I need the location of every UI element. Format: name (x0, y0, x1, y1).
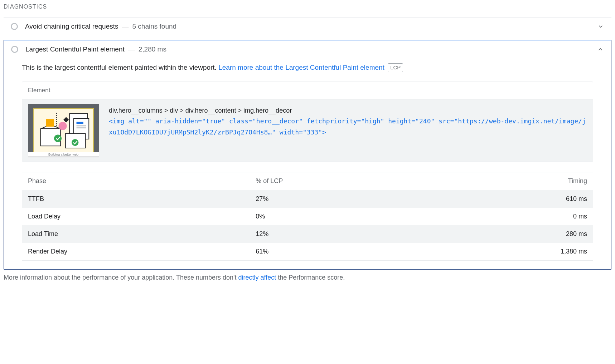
element-thumbnail: Building a better web (28, 104, 99, 157)
element-detail: div.hero__columns > div > div.hero__cont… (109, 104, 587, 157)
section-title: DIAGNOSTICS (4, 4, 611, 10)
separator: — (128, 45, 135, 53)
element-selector: div.hero__columns > div > div.hero__cont… (109, 105, 587, 116)
thumbnail-caption: Building a better web (28, 152, 99, 157)
audit-meta: 2,280 ms (139, 45, 166, 53)
svg-rect-9 (46, 119, 54, 127)
table-row: Render Delay 61% 1,380 ms (22, 243, 593, 261)
cell-timing: 0 ms (423, 208, 593, 225)
chevron-up-icon (597, 46, 604, 53)
element-snippet: <img alt="" aria-hidden="true" class="he… (109, 116, 587, 138)
chevron-down-icon (597, 23, 604, 30)
cell-pct: 61% (250, 243, 423, 261)
cell-timing: 280 ms (423, 225, 593, 243)
table-row: TTFB 27% 610 ms (22, 190, 593, 208)
audit-item-lcp: Largest Contentful Paint element — 2,280… (4, 40, 611, 270)
svg-point-10 (59, 122, 67, 130)
audit-list: Avoid chaining critical requests — 5 cha… (4, 17, 611, 270)
audit-title: Avoid chaining critical requests (25, 23, 118, 30)
svg-rect-2 (77, 122, 83, 124)
element-panel-header: Element (22, 82, 593, 99)
cell-timing: 1,380 ms (423, 243, 593, 261)
col-timing: Timing (423, 172, 593, 190)
svg-rect-4 (77, 127, 86, 128)
cell-phase: TTFB (22, 190, 250, 208)
thumbnail-art (36, 111, 91, 151)
cell-pct: 27% (250, 190, 423, 208)
footer-note: More information about the performance o… (4, 274, 611, 281)
audit-header-lcp[interactable]: Largest Contentful Paint element — 2,280… (4, 40, 611, 58)
table-header-row: Phase % of LCP Timing (22, 172, 593, 190)
audit-meta: 5 chains found (132, 23, 177, 30)
svg-rect-3 (77, 125, 86, 126)
cell-pct: 0% (250, 208, 423, 225)
neutral-icon (11, 23, 18, 30)
cell-phase: Render Delay (22, 243, 250, 261)
phase-table: Phase % of LCP Timing TTFB 27% 610 ms Lo… (22, 172, 593, 261)
svg-point-13 (72, 139, 78, 146)
table-row: Load Delay 0% 0 ms (22, 208, 593, 225)
svg-marker-11 (63, 117, 69, 122)
audit-item: Avoid chaining critical requests — 5 cha… (4, 17, 611, 35)
learn-more-link[interactable]: Learn more about the Largest Contentful … (218, 64, 384, 71)
element-panel-body: Building a better web div.hero__columns … (22, 99, 593, 162)
audit-body-lcp: This is the largest contentful element p… (4, 58, 611, 269)
desc-text: This is the largest contentful element p… (22, 64, 218, 71)
footer-prefix: More information about the performance o… (4, 274, 238, 281)
cell-pct: 12% (250, 225, 423, 243)
element-panel: Element (22, 82, 593, 162)
separator: — (122, 23, 129, 30)
directly-affect-link[interactable]: directly affect (238, 274, 276, 281)
svg-point-12 (54, 134, 62, 142)
table-row: Load Time 12% 280 ms (22, 225, 593, 243)
audit-description: This is the largest contentful element p… (22, 63, 593, 73)
audit-title: Largest Contentful Paint element (25, 45, 125, 53)
neutral-icon (11, 46, 18, 53)
footer-suffix: the Performance score. (276, 274, 345, 281)
col-phase: Phase (22, 172, 250, 190)
cell-phase: Load Delay (22, 208, 250, 225)
cell-phase: Load Time (22, 225, 250, 243)
col-pct: % of LCP (250, 172, 423, 190)
audit-header-critical-chains[interactable]: Avoid chaining critical requests — 5 cha… (4, 18, 611, 35)
lcp-badge: LCP (388, 63, 403, 72)
cell-timing: 610 ms (423, 190, 593, 208)
